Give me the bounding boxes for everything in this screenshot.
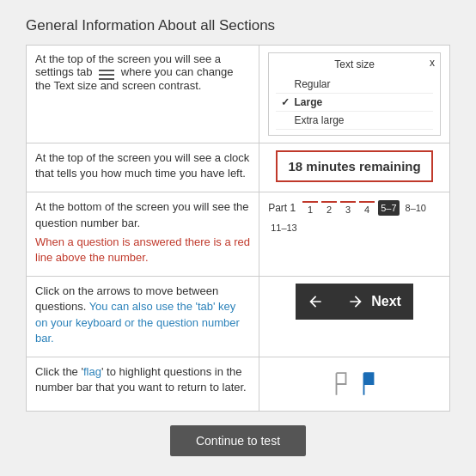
- flag-icons: [332, 364, 378, 404]
- text-size-panel-title: Text size: [276, 58, 433, 70]
- q-num-11-13[interactable]: 11–13: [268, 220, 300, 235]
- row4-left-cell: Click on the arrows to move between ques…: [27, 277, 259, 357]
- q-num-5-7[interactable]: 5–7: [378, 200, 399, 216]
- q-num-4[interactable]: 4: [359, 201, 375, 217]
- continue-button[interactable]: Continue to test: [170, 425, 306, 456]
- check-large: ✓: [281, 96, 291, 108]
- table-row-navigation: Click on the arrows to move between ques…: [27, 277, 450, 357]
- left-arrow-icon: [307, 293, 324, 310]
- right-arrow-icon: [347, 293, 364, 310]
- row4-right-cell: Next: [259, 277, 450, 357]
- row3-left-text: At the bottom of the screen you will see…: [35, 199, 250, 265]
- nav-buttons: Next: [296, 284, 413, 320]
- row5-right-center: [268, 364, 441, 404]
- close-icon[interactable]: x: [430, 57, 435, 69]
- row4-right-center: Next: [268, 284, 441, 320]
- row4-blue-text: You can also use the 'tab' key on your k…: [35, 300, 240, 344]
- part-label: Part 1: [268, 202, 296, 214]
- row2-right-cell: 18 minutes remaining: [259, 143, 450, 192]
- row5-right-cell: [259, 357, 450, 411]
- table-row-clock: At the top of the screen you will see a …: [27, 143, 450, 192]
- continue-btn-row: Continue to test: [26, 425, 450, 456]
- row5-left-cell: Click the 'flag' to highlight questions …: [27, 357, 259, 411]
- table-row-textsize: At the top of the screen you will see a …: [27, 46, 450, 143]
- row1-right-cell: Text size x Regular ✓ Large Extra large: [259, 46, 450, 143]
- timer-box: 18 minutes remaining: [276, 150, 432, 182]
- text-size-regular-label: Regular: [294, 78, 330, 90]
- text-size-extralarge-label: Extra large: [294, 114, 344, 126]
- row5-left-text: Click the 'flag' to highlight questions …: [35, 364, 250, 395]
- q-num-3[interactable]: 3: [340, 201, 356, 217]
- flag-empty-icon[interactable]: [332, 371, 351, 397]
- question-bar: Part 1 1 2 3 4 5–7 8–10 11–13: [268, 199, 441, 235]
- text-size-large[interactable]: ✓ Large: [276, 94, 433, 112]
- text-size-large-label: Large: [294, 96, 322, 108]
- row4-text: Click on the arrows to move between ques…: [35, 284, 250, 346]
- row2-text: At the top of the screen you will see a …: [35, 150, 250, 181]
- row2-left-cell: At the top of the screen you will see a …: [27, 143, 259, 192]
- check-extralarge: [281, 114, 291, 126]
- q-num-8-10[interactable]: 8–10: [403, 200, 429, 216]
- row4-left-text: Click on the arrows to move between ques…: [35, 284, 250, 346]
- q-num-1[interactable]: 1: [302, 201, 318, 217]
- row3-left-cell: At the bottom of the screen you will see…: [27, 192, 259, 277]
- row5-text: Click the 'flag' to highlight questions …: [35, 364, 250, 395]
- row2-left-text: At the top of the screen you will see a …: [35, 150, 250, 181]
- next-label: Next: [371, 294, 401, 309]
- row5-blue-text: flag: [83, 365, 101, 378]
- page-container: General Information About all Sections A…: [9, 9, 467, 473]
- row1-left-cell: At the top of the screen you will see a …: [27, 46, 259, 143]
- row3-text-normal: At the bottom of the screen you will see…: [35, 199, 250, 230]
- hamburger-icon: [99, 67, 114, 79]
- row2-right-center: 18 minutes remaining: [268, 150, 441, 182]
- next-button[interactable]: Next: [335, 284, 413, 320]
- table-row-flag: Click the 'flag' to highlight questions …: [27, 357, 450, 411]
- check-regular: [281, 78, 291, 90]
- page-title: General Information About all Sections: [26, 17, 450, 34]
- table-row-questionbar: At the bottom of the screen you will see…: [27, 192, 450, 277]
- flag-filled-icon[interactable]: [359, 371, 378, 397]
- text-size-regular[interactable]: Regular: [276, 76, 433, 94]
- row3-right-cell: Part 1 1 2 3 4 5–7 8–10 11–13: [259, 192, 450, 277]
- q-num-2[interactable]: 2: [321, 201, 337, 217]
- row1-left-text: At the top of the screen you will see a …: [35, 52, 250, 92]
- row3-text-red: When a question is answered there is a r…: [35, 235, 250, 265]
- prev-arrow-button[interactable]: [296, 284, 335, 320]
- timer-text: 18 minutes remaining: [288, 159, 420, 174]
- text-size-extralarge[interactable]: Extra large: [276, 112, 433, 130]
- text-size-panel: Text size x Regular ✓ Large Extra large: [268, 52, 441, 136]
- info-table: At the top of the screen you will see a …: [26, 45, 450, 412]
